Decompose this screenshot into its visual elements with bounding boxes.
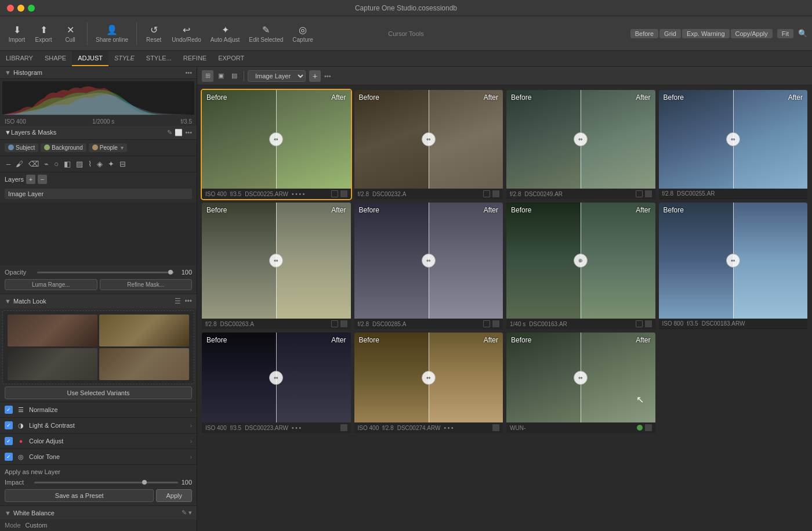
photo-handle-6[interactable]: ⇔ (422, 254, 436, 268)
photo-handle-7[interactable]: ⊕ (574, 254, 588, 268)
gradient-tool[interactable]: ▨ (74, 158, 85, 169)
chip-subject[interactable]: Subject (5, 143, 38, 152)
layers-more-icon[interactable]: ••• (185, 129, 192, 136)
share-tool[interactable]: 👤 Share online (92, 22, 132, 45)
add-layer-toolbar-button[interactable]: + (309, 70, 321, 82)
match-look-more-icon[interactable]: ••• (184, 297, 192, 305)
refine-mask-button[interactable]: Refine Mask... (100, 279, 193, 290)
use-selected-button[interactable]: Use Selected Variants (5, 386, 192, 399)
meta-stack-5[interactable] (340, 320, 347, 327)
match-thumb-2[interactable] (99, 315, 189, 346)
invert-tool[interactable]: ⊟ (118, 158, 128, 169)
photo-cell-1[interactable]: Before After ⇔ ISO 400 f/3.5 (202, 90, 351, 199)
photo-handle-5[interactable]: ⇔ (269, 254, 283, 268)
layer-item-image[interactable]: Image Layer (5, 189, 192, 199)
capture-tool[interactable]: ◎ Capture (289, 22, 317, 45)
meta-stack-3[interactable] (645, 190, 652, 197)
layers-edit-icon[interactable]: ✎ (167, 129, 172, 136)
normalize-check[interactable]: ✓ (5, 406, 13, 414)
export-tool[interactable]: ⬆ Export (31, 22, 56, 45)
minimize-button[interactable] (17, 5, 24, 12)
add-layer-button[interactable]: + (26, 175, 35, 184)
photo-cell-8[interactable]: Before ⇔ ISO 800 f/3.5 DSC001 (659, 203, 808, 329)
photo-cell-11[interactable]: Before After ⇔ ↖ W (506, 333, 655, 433)
meta-stack-6[interactable] (492, 320, 499, 327)
photo-handle-10[interactable]: ⇔ (422, 371, 436, 385)
lasso-tool[interactable]: ⌇ (86, 158, 93, 169)
meta-check-3[interactable] (636, 190, 643, 197)
opacity-slider[interactable] (37, 272, 174, 273)
photo-handle-11[interactable]: ⇔ (574, 371, 588, 385)
color-adjust-check[interactable]: ✓ (5, 437, 13, 445)
eraser-tool[interactable]: ⌫ (27, 158, 41, 169)
impact-thumb[interactable] (142, 480, 147, 485)
photo-handle-3[interactable]: ⇔ (574, 132, 588, 146)
color-tone-item[interactable]: ✓ ◎ Color Tone › (0, 449, 197, 464)
photo-cell-2[interactable]: Before After ⇔ f/2.8 DSC00232 (354, 90, 503, 199)
undoredo-tool[interactable]: ↩ Undo/Redo (168, 22, 205, 45)
impact-slider[interactable] (34, 482, 178, 483)
tab-style[interactable]: STYLE (108, 51, 140, 66)
tab-export[interactable]: EXPORT (212, 51, 250, 66)
photo-cell-3[interactable]: Before After ⇔ f/2.8 DSC00249 (506, 90, 655, 199)
flow-tool[interactable]: ⌁ (42, 158, 50, 169)
meta-stack-9[interactable] (340, 424, 347, 431)
meta-check-5[interactable] (331, 320, 338, 327)
normalize-item[interactable]: ✓ ☰ Normalize › (0, 402, 197, 417)
auto-mask-tool[interactable]: ◈ (95, 158, 104, 169)
grid-button[interactable]: Grid (659, 29, 681, 38)
exp-warning-button[interactable]: Exp. Warning (682, 29, 730, 38)
reset-tool[interactable]: ↺ Reset (142, 22, 166, 45)
tab-style2[interactable]: STYLE... (140, 51, 177, 66)
save-preset-button[interactable]: Save as a Preset (5, 489, 154, 502)
photo-cell-6[interactable]: Before After ⇔ f/2.8 DSC00285 (354, 203, 503, 329)
photo-cell-10[interactable]: Before After ⇔ ISO 400 f/2.8 (354, 333, 503, 433)
luma-range-button[interactable]: Luma Range... (5, 279, 97, 290)
photo-cell-4[interactable]: Before After ⇔ f/2.8 DSC00255 (659, 90, 808, 199)
brush-tool[interactable]: 🖌 (14, 158, 25, 169)
more-options-icon[interactable]: ••• (324, 73, 331, 80)
fit-button[interactable]: Fit (777, 29, 793, 38)
apply-button[interactable]: Apply (156, 489, 192, 502)
tab-shape[interactable]: SHAPE (39, 51, 72, 66)
autoadjust-tool[interactable]: ✦ Auto Adjust (207, 22, 244, 45)
maximize-button[interactable] (28, 5, 35, 12)
meta-stack-10[interactable] (492, 424, 499, 431)
ai-mask-tool[interactable]: ✦ (106, 158, 116, 169)
color-adjust-item[interactable]: ✓ ● Color Adjust › (0, 433, 197, 449)
color-tone-check[interactable]: ✓ (5, 453, 13, 461)
histogram-header[interactable]: ▼ Histogram ••• (0, 67, 197, 79)
meta-stack-1[interactable] (340, 190, 347, 197)
meta-stack-11[interactable] (645, 424, 652, 431)
photo-handle-4[interactable]: ⇔ (726, 132, 740, 146)
chip-people[interactable]: People ▾ (89, 143, 127, 152)
layers-masks-header[interactable]: ▼ Layers & Masks ✎ ⬜ ••• (0, 126, 197, 140)
fill-tool[interactable]: ◧ (62, 158, 72, 169)
tab-library[interactable]: LIBRARY (0, 51, 39, 66)
grid-view-icon[interactable]: ⊞ (202, 70, 213, 82)
cull-tool[interactable]: ✕ Cull (58, 22, 82, 45)
histogram-more[interactable]: ••• (185, 69, 192, 76)
meta-stack-7[interactable] (645, 320, 652, 327)
import-tool[interactable]: ⬇ Import (5, 22, 29, 45)
editselected-tool[interactable]: ✎ Edit Selected (245, 22, 287, 45)
remove-layer-button[interactable]: − (38, 175, 47, 184)
match-thumb-3[interactable] (8, 348, 97, 380)
before-button[interactable]: Before (630, 29, 658, 38)
tab-refine[interactable]: REFINE (177, 51, 212, 66)
meta-check-6[interactable] (483, 320, 490, 327)
meta-check-1[interactable] (331, 190, 338, 197)
photo-cell-5[interactable]: Before After ⇔ f/2.8 DSC00263 (202, 203, 351, 329)
light-contrast-check[interactable]: ✓ (5, 421, 13, 429)
photo-handle-8[interactable]: ⇔ (726, 254, 740, 268)
photo-handle-1[interactable]: ⇔ (269, 132, 283, 146)
white-balance-header[interactable]: ▼ White Balance ✎ ▾ (0, 505, 197, 519)
copy-apply-button[interactable]: Copy/Apply (731, 29, 773, 38)
meta-check-7[interactable] (636, 320, 643, 327)
meta-check-2[interactable] (483, 190, 490, 197)
match-thumb-1[interactable] (8, 315, 97, 346)
meta-stack-2[interactable] (492, 190, 499, 197)
photo-handle-9[interactable]: ⇔ (269, 371, 283, 385)
circle-tool[interactable]: ○ (52, 158, 60, 169)
tab-adjust[interactable]: ADJUST (72, 51, 108, 66)
